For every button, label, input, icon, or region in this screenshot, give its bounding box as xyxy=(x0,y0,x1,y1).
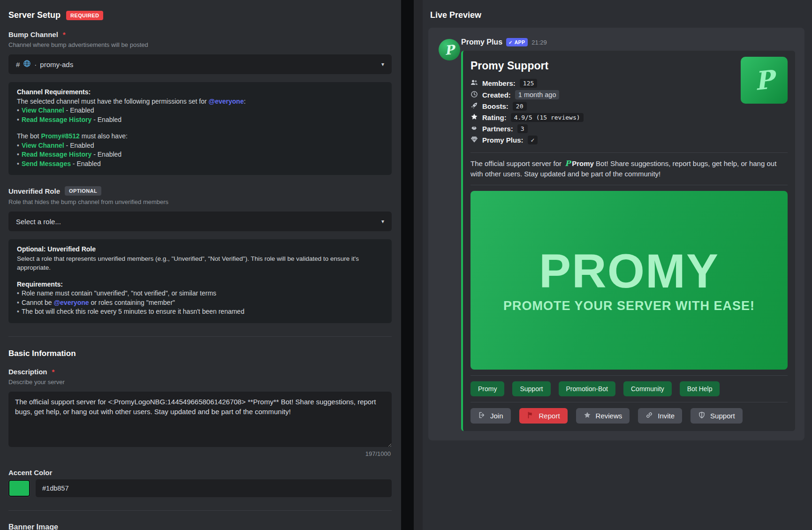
unverified-role-info-box: Optional: Unverified Role Select a role … xyxy=(8,239,392,323)
embed-divider xyxy=(471,185,788,185)
description-textarea[interactable]: The official support server for <:PromyL… xyxy=(8,392,392,447)
basic-information-heading: Basic Information xyxy=(8,349,392,358)
live-preview-heading: Live Preview xyxy=(430,10,804,20)
invite-button[interactable]: Invite xyxy=(638,408,682,424)
requirement-item: •Role name must contain "unverified", "n… xyxy=(17,289,383,298)
support-button[interactable]: Support xyxy=(691,408,743,424)
perm-item: •Read Message History - Enabled xyxy=(17,150,383,159)
live-preview-panel: Live Preview P Promy Plus ✓ APP 21:29 Pr… xyxy=(423,0,812,530)
embed-title: Promy Support xyxy=(471,60,733,72)
bot-perms-intro: The bot Promy#8512 must also have: xyxy=(17,132,383,141)
requirement-item: •Cannot be @everyone or roles containing… xyxy=(17,298,383,308)
embed-description: The official support server for PPromy B… xyxy=(471,159,788,179)
perm-item: •Send Messages - Enabled xyxy=(17,159,383,169)
server-setup-header: Server Setup REQUIRED xyxy=(8,10,392,20)
tag-button-row: Promy Support Promotion-Bot Community Bo… xyxy=(471,381,788,396)
bot-name: Promy#8512 xyxy=(41,132,80,140)
promy-logo-glyph: P xyxy=(444,42,455,58)
chevron-down-icon: ▾ xyxy=(381,218,384,225)
requirements-heading: Requirements: xyxy=(17,280,383,289)
banner-title-text: PROMY xyxy=(539,247,719,295)
server-setup-panel: Server Setup REQUIRED Bump Channel * Cha… xyxy=(0,0,401,530)
channel-requirements-intro: The selected channel must have the follo… xyxy=(17,97,383,106)
bump-channel-select[interactable]: # · promy-ads ▾ xyxy=(8,54,392,74)
bot-avatar: P xyxy=(439,39,460,61)
field-value: 4.9/5 (15 reviews) xyxy=(511,113,584,122)
promy-logo-glyph: P xyxy=(753,64,775,96)
unverified-role-select[interactable]: Select a role... ▾ xyxy=(8,212,392,231)
embed-field-members: Members: 125 xyxy=(471,79,733,88)
embed-field-partners: Partners: 3 xyxy=(471,124,733,133)
message-header: Promy Plus ✓ APP 21:29 xyxy=(461,37,795,46)
perm-item: •View Channel - Enabled xyxy=(17,106,383,115)
required-asterisk: * xyxy=(63,30,66,38)
required-asterisk: * xyxy=(52,368,55,376)
bump-channel-label: Bump Channel * xyxy=(8,30,392,38)
bump-channel-hint: Channel where bump advertisements will b… xyxy=(8,41,392,48)
tag-promy[interactable]: Promy xyxy=(471,381,504,396)
dot-separator: · xyxy=(34,61,37,68)
description-label: Description * xyxy=(8,368,392,376)
optional-badge: OPTIONAL xyxy=(65,186,101,196)
tag-community[interactable]: Community xyxy=(623,381,672,396)
panel-divider xyxy=(401,0,414,530)
char-counter: 197/1000 xyxy=(8,450,391,457)
everyone-mention: @everyone xyxy=(53,299,89,306)
requirement-item: •The bot will check this role every 5 mi… xyxy=(17,307,383,317)
channel-requirements-heading: Channel Requirements: xyxy=(17,88,383,97)
bot-username: Promy Plus xyxy=(461,38,502,46)
page-title: Server Setup xyxy=(8,10,61,20)
embed-divider xyxy=(471,375,788,376)
clock-icon xyxy=(471,91,478,99)
preview-card: P Promy Plus ✓ APP 21:29 Promy Support M… xyxy=(428,28,804,440)
door-exit-icon xyxy=(478,411,486,420)
embed-divider xyxy=(471,402,788,402)
bump-channel-value: promy-ads xyxy=(40,61,73,68)
scrollbar-track[interactable] xyxy=(414,0,423,530)
unverified-role-label: Unverified Role OPTIONAL xyxy=(8,186,392,196)
handshake-icon xyxy=(471,124,478,133)
badge-check-icon: ✓ xyxy=(508,40,513,45)
field-value-timestamp: 1 month ago xyxy=(515,90,560,99)
discord-message: P Promy Plus ✓ APP 21:29 Promy Support M… xyxy=(438,37,795,431)
unverified-role-hint: Role that hides the bump channel from un… xyxy=(8,198,392,205)
action-button-row: Join Report Reviews Invite xyxy=(471,408,788,424)
tag-promotion-bot[interactable]: Promotion-Bot xyxy=(559,381,615,396)
required-badge: REQUIRED xyxy=(66,11,103,20)
server-embed: Promy Support Members: 125 Created: 1 mo… xyxy=(461,51,795,431)
tag-bot-help[interactable]: Bot Help xyxy=(680,381,720,396)
perm-item: •View Channel - Enabled xyxy=(17,141,383,151)
gem-icon xyxy=(471,136,478,144)
accent-color-row: #1db857 xyxy=(8,479,392,497)
perm-item: •Read Message History - Enabled xyxy=(17,115,383,125)
embed-banner-image: PROMY PROMOTE YOUR SERVER WITH EASE! xyxy=(471,191,788,370)
field-value: 125 xyxy=(520,79,537,88)
report-button[interactable]: Report xyxy=(519,408,568,424)
embed-thumbnail: P xyxy=(741,57,788,104)
reviews-button[interactable]: Reviews xyxy=(576,408,630,424)
shield-icon xyxy=(698,411,706,420)
embed-field-rating: Rating: 4.9/5 (15 reviews) xyxy=(471,113,733,122)
section-divider xyxy=(8,336,392,337)
hash-prefix: # xyxy=(16,61,20,68)
embed-field-boosts: Boosts: 20 xyxy=(471,102,733,111)
join-button[interactable]: Join xyxy=(471,408,511,424)
section-divider xyxy=(8,510,392,511)
channel-requirements-box: Channel Requirements: The selected chann… xyxy=(8,82,392,175)
accent-color-label: Accent Color xyxy=(8,469,392,477)
role-select-placeholder: Select a role... xyxy=(16,218,61,226)
accent-color-swatch[interactable] xyxy=(8,480,30,497)
tag-support[interactable]: Support xyxy=(512,381,550,396)
members-icon xyxy=(471,79,478,88)
link-icon xyxy=(645,411,653,420)
unverified-info-heading: Optional: Unverified Role xyxy=(17,245,383,254)
star-icon xyxy=(584,411,591,420)
embed-divider xyxy=(471,152,788,153)
globe-icon xyxy=(23,60,31,69)
accent-color-input[interactable]: #1db857 xyxy=(36,479,392,497)
banner-image-label: Banner Image xyxy=(8,523,392,530)
field-value: 20 xyxy=(513,102,527,111)
unverified-info-body: Select a role that represents unverified… xyxy=(17,254,383,273)
message-timestamp: 21:29 xyxy=(531,39,547,46)
everyone-mention: @everyone xyxy=(209,98,244,105)
